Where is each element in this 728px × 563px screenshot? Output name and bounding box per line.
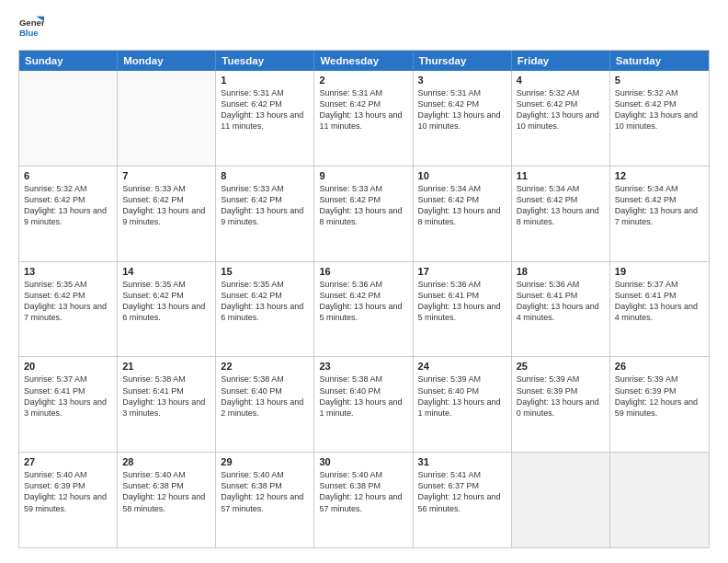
calendar-cell-r0c2: 1Sunrise: 5:31 AM Sunset: 6:42 PM Daylig… — [216, 71, 314, 166]
weekday-header-saturday: Saturday — [610, 51, 709, 71]
day-number: 19 — [615, 266, 704, 277]
calendar-cell-r3c5: 25Sunrise: 5:39 AM Sunset: 6:39 PM Dayli… — [512, 357, 610, 452]
calendar-cell-r4c1: 28Sunrise: 5:40 AM Sunset: 6:38 PM Dayli… — [118, 453, 216, 547]
svg-text:General: General — [19, 17, 44, 28]
day-number: 3 — [418, 75, 506, 86]
cell-info: Sunrise: 5:33 AM Sunset: 6:42 PM Dayligh… — [221, 183, 309, 228]
day-number: 13 — [24, 266, 112, 277]
cell-info: Sunrise: 5:35 AM Sunset: 6:42 PM Dayligh… — [221, 279, 309, 324]
calendar-cell-r2c5: 18Sunrise: 5:36 AM Sunset: 6:41 PM Dayli… — [512, 262, 610, 357]
cell-info: Sunrise: 5:31 AM Sunset: 6:42 PM Dayligh… — [418, 87, 506, 132]
day-number: 29 — [221, 456, 309, 467]
calendar-cell-r0c5: 4Sunrise: 5:32 AM Sunset: 6:42 PM Daylig… — [512, 71, 610, 166]
day-number: 27 — [24, 456, 112, 467]
calendar-cell-r4c3: 30Sunrise: 5:40 AM Sunset: 6:38 PM Dayli… — [314, 453, 413, 547]
cell-info: Sunrise: 5:32 AM Sunset: 6:42 PM Dayligh… — [517, 87, 605, 132]
calendar-cell-r2c4: 17Sunrise: 5:36 AM Sunset: 6:41 PM Dayli… — [414, 262, 512, 357]
cell-info: Sunrise: 5:37 AM Sunset: 6:41 PM Dayligh… — [24, 373, 112, 419]
cell-info: Sunrise: 5:38 AM Sunset: 6:41 PM Dayligh… — [122, 373, 210, 419]
cell-info: Sunrise: 5:39 AM Sunset: 6:40 PM Dayligh… — [418, 373, 506, 419]
cell-info: Sunrise: 5:39 AM Sunset: 6:39 PM Dayligh… — [615, 373, 704, 419]
calendar-row-4: 20Sunrise: 5:37 AM Sunset: 6:41 PM Dayli… — [19, 357, 709, 453]
day-number: 6 — [24, 170, 112, 181]
cell-info: Sunrise: 5:33 AM Sunset: 6:42 PM Dayligh… — [319, 183, 407, 228]
cell-info: Sunrise: 5:34 AM Sunset: 6:42 PM Dayligh… — [615, 183, 704, 228]
calendar-cell-r0c6: 5Sunrise: 5:32 AM Sunset: 6:42 PM Daylig… — [610, 71, 709, 166]
header: General Blue — [18, 15, 710, 40]
weekday-header-tuesday: Tuesday — [216, 51, 314, 71]
day-number: 30 — [319, 456, 407, 467]
calendar-row-3: 13Sunrise: 5:35 AM Sunset: 6:42 PM Dayli… — [19, 262, 709, 358]
day-number: 28 — [122, 456, 210, 467]
calendar-cell-r3c4: 24Sunrise: 5:39 AM Sunset: 6:40 PM Dayli… — [414, 357, 512, 452]
calendar: SundayMondayTuesdayWednesdayThursdayFrid… — [18, 50, 710, 548]
weekday-header-wednesday: Wednesday — [314, 51, 413, 71]
calendar-cell-r0c1 — [118, 71, 216, 166]
day-number: 9 — [319, 170, 407, 181]
cell-info: Sunrise: 5:32 AM Sunset: 6:42 PM Dayligh… — [615, 87, 704, 132]
cell-info: Sunrise: 5:40 AM Sunset: 6:38 PM Dayligh… — [221, 469, 309, 514]
cell-info: Sunrise: 5:40 AM Sunset: 6:39 PM Dayligh… — [24, 469, 112, 514]
day-number: 21 — [122, 361, 210, 372]
cell-info: Sunrise: 5:40 AM Sunset: 6:38 PM Dayligh… — [122, 469, 210, 514]
cell-info: Sunrise: 5:34 AM Sunset: 6:42 PM Dayligh… — [517, 183, 605, 228]
calendar-cell-r2c3: 16Sunrise: 5:36 AM Sunset: 6:42 PM Dayli… — [314, 262, 413, 357]
day-number: 22 — [221, 361, 309, 372]
calendar-header: SundayMondayTuesdayWednesdayThursdayFrid… — [19, 51, 709, 71]
day-number: 20 — [24, 361, 112, 372]
day-number: 11 — [517, 170, 605, 181]
calendar-cell-r1c1: 7Sunrise: 5:33 AM Sunset: 6:42 PM Daylig… — [118, 167, 216, 261]
cell-info: Sunrise: 5:35 AM Sunset: 6:42 PM Dayligh… — [24, 279, 112, 324]
calendar-cell-r2c6: 19Sunrise: 5:37 AM Sunset: 6:41 PM Dayli… — [610, 262, 709, 357]
cell-info: Sunrise: 5:33 AM Sunset: 6:42 PM Dayligh… — [122, 183, 210, 228]
cell-info: Sunrise: 5:35 AM Sunset: 6:42 PM Dayligh… — [122, 279, 210, 324]
calendar-cell-r4c0: 27Sunrise: 5:40 AM Sunset: 6:39 PM Dayli… — [19, 453, 118, 547]
calendar-cell-r4c4: 31Sunrise: 5:41 AM Sunset: 6:37 PM Dayli… — [414, 453, 512, 547]
calendar-cell-r2c1: 14Sunrise: 5:35 AM Sunset: 6:42 PM Dayli… — [118, 262, 216, 357]
day-number: 23 — [319, 361, 407, 372]
calendar-body: 1Sunrise: 5:31 AM Sunset: 6:42 PM Daylig… — [19, 71, 709, 547]
cell-info: Sunrise: 5:39 AM Sunset: 6:39 PM Dayligh… — [517, 373, 605, 419]
svg-text:Blue: Blue — [19, 28, 39, 38]
calendar-cell-r1c2: 8Sunrise: 5:33 AM Sunset: 6:42 PM Daylig… — [216, 167, 314, 261]
cell-info: Sunrise: 5:31 AM Sunset: 6:42 PM Dayligh… — [221, 87, 309, 132]
day-number: 5 — [615, 75, 704, 86]
calendar-cell-r3c0: 20Sunrise: 5:37 AM Sunset: 6:41 PM Dayli… — [19, 357, 118, 452]
calendar-cell-r4c6 — [610, 453, 709, 547]
day-number: 17 — [418, 266, 506, 277]
day-number: 8 — [221, 170, 309, 181]
day-number: 12 — [615, 170, 704, 181]
calendar-cell-r0c4: 3Sunrise: 5:31 AM Sunset: 6:42 PM Daylig… — [414, 71, 512, 166]
cell-info: Sunrise: 5:40 AM Sunset: 6:38 PM Dayligh… — [319, 469, 407, 514]
day-number: 25 — [517, 361, 605, 372]
day-number: 1 — [221, 75, 309, 86]
cell-info: Sunrise: 5:36 AM Sunset: 6:42 PM Dayligh… — [319, 279, 407, 324]
calendar-cell-r4c2: 29Sunrise: 5:40 AM Sunset: 6:38 PM Dayli… — [216, 453, 314, 547]
cell-info: Sunrise: 5:38 AM Sunset: 6:40 PM Dayligh… — [221, 373, 309, 419]
weekday-header-sunday: Sunday — [19, 51, 118, 71]
calendar-cell-r1c0: 6Sunrise: 5:32 AM Sunset: 6:42 PM Daylig… — [19, 167, 118, 261]
calendar-cell-r1c6: 12Sunrise: 5:34 AM Sunset: 6:42 PM Dayli… — [610, 167, 709, 261]
calendar-cell-r2c2: 15Sunrise: 5:35 AM Sunset: 6:42 PM Dayli… — [216, 262, 314, 357]
calendar-cell-r3c6: 26Sunrise: 5:39 AM Sunset: 6:39 PM Dayli… — [610, 357, 709, 452]
calendar-cell-r3c2: 22Sunrise: 5:38 AM Sunset: 6:40 PM Dayli… — [216, 357, 314, 452]
cell-info: Sunrise: 5:36 AM Sunset: 6:41 PM Dayligh… — [517, 279, 605, 324]
weekday-header-monday: Monday — [118, 51, 216, 71]
calendar-cell-r1c3: 9Sunrise: 5:33 AM Sunset: 6:42 PM Daylig… — [314, 167, 413, 261]
day-number: 4 — [517, 75, 605, 86]
page: General Blue SundayMondayTuesdayWednesda… — [0, 0, 728, 563]
calendar-row-5: 27Sunrise: 5:40 AM Sunset: 6:39 PM Dayli… — [19, 453, 709, 547]
calendar-cell-r2c0: 13Sunrise: 5:35 AM Sunset: 6:42 PM Dayli… — [19, 262, 118, 357]
calendar-cell-r4c5 — [512, 453, 610, 547]
calendar-row-2: 6Sunrise: 5:32 AM Sunset: 6:42 PM Daylig… — [19, 167, 709, 262]
cell-info: Sunrise: 5:31 AM Sunset: 6:42 PM Dayligh… — [319, 87, 407, 132]
calendar-cell-r0c0 — [19, 71, 118, 166]
cell-info: Sunrise: 5:37 AM Sunset: 6:41 PM Dayligh… — [615, 279, 704, 324]
calendar-row-1: 1Sunrise: 5:31 AM Sunset: 6:42 PM Daylig… — [19, 71, 709, 167]
cell-info: Sunrise: 5:32 AM Sunset: 6:42 PM Dayligh… — [24, 183, 112, 228]
cell-info: Sunrise: 5:38 AM Sunset: 6:40 PM Dayligh… — [319, 373, 407, 419]
cell-info: Sunrise: 5:34 AM Sunset: 6:42 PM Dayligh… — [418, 183, 506, 228]
calendar-cell-r3c3: 23Sunrise: 5:38 AM Sunset: 6:40 PM Dayli… — [314, 357, 413, 452]
day-number: 18 — [517, 266, 605, 277]
day-number: 26 — [615, 361, 704, 372]
